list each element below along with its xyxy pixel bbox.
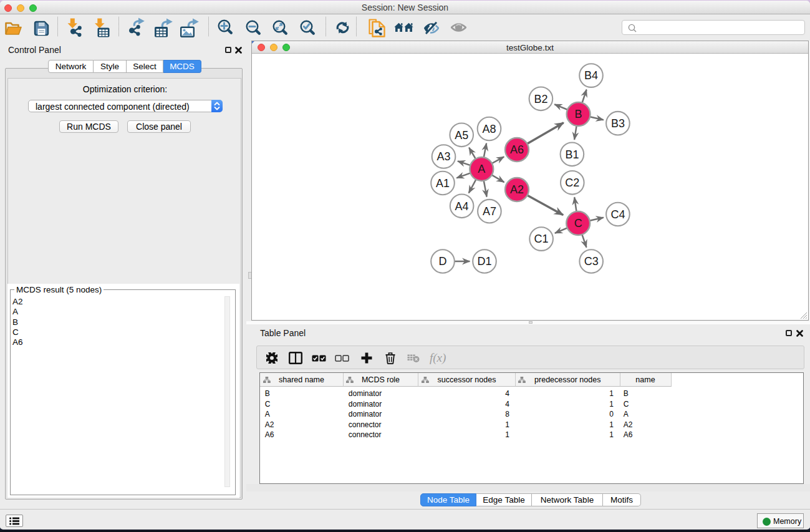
svg-text:C4: C4 xyxy=(610,208,625,221)
svg-text:B4: B4 xyxy=(584,69,598,82)
svg-text:A8: A8 xyxy=(482,123,496,135)
svg-text:C2: C2 xyxy=(565,177,579,189)
svg-text:B1: B1 xyxy=(565,148,579,161)
svg-text:C: C xyxy=(574,217,582,230)
svg-text:C3: C3 xyxy=(584,255,599,268)
svg-text:B: B xyxy=(575,108,582,120)
svg-text:A7: A7 xyxy=(483,205,496,218)
svg-text:A5: A5 xyxy=(455,129,468,142)
svg-text:A1: A1 xyxy=(436,177,450,190)
svg-text:B3: B3 xyxy=(611,117,625,130)
svg-text:B2: B2 xyxy=(534,93,547,105)
svg-text:D: D xyxy=(439,255,447,268)
svg-text:A: A xyxy=(478,163,485,175)
svg-text:A3: A3 xyxy=(436,150,450,163)
svg-text:D1: D1 xyxy=(477,255,491,268)
svg-text:A2: A2 xyxy=(510,183,524,196)
svg-text:C1: C1 xyxy=(534,233,549,245)
svg-text:A6: A6 xyxy=(510,143,524,156)
svg-text:A4: A4 xyxy=(455,200,469,213)
